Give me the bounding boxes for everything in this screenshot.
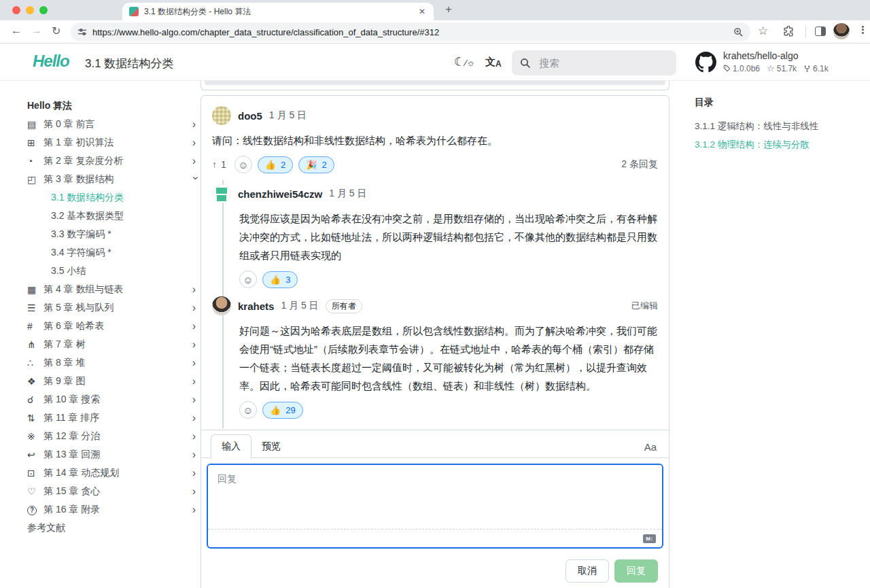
tab-close-icon[interactable]: ✕ [417,7,427,16]
avatar[interactable] [212,296,231,315]
chevron-right-icon[interactable]: › [192,339,198,351]
zoom-icon[interactable] [733,27,744,37]
repo-name[interactable]: krahets/hello-algo [723,50,829,61]
comment-author[interactable]: chenzhiwei54czw [238,188,322,200]
graph-icon: ❖ [27,376,44,387]
chevron-right-icon[interactable]: › [192,302,198,314]
extensions-icon[interactable] [783,26,795,37]
sidebar-item-3-2[interactable]: 3.2 基本数据类型 [27,207,198,225]
sidebar-item-chapter-11[interactable]: ⇅ 第 11 章 排序 › [27,409,198,427]
chevron-right-icon[interactable]: › [192,283,198,296]
refresh-icon[interactable]: ↻ [52,24,60,37]
chevron-right-icon[interactable]: › [192,449,198,461]
site-settings-icon[interactable] [77,27,87,37]
close-window-button[interactable] [12,6,20,14]
cancel-button[interactable]: 取消 [566,559,609,583]
sidebar-item-chapter-16[interactable]: ? 第 16 章 附录 › [27,500,198,519]
sidebar-item-chapter-7[interactable]: ⋔ 第 7 章 树 › [27,335,198,353]
tab-preview[interactable]: 预览 [251,435,291,458]
browser-profile-avatar[interactable] [833,23,850,39]
reply-editor: M↓ [207,464,663,549]
chevron-right-icon[interactable]: › [192,118,198,131]
reply-submit-button[interactable]: 回复 [614,559,658,583]
new-tab-button[interactable]: + [445,3,452,16]
search-input[interactable] [538,56,646,69]
comment-date[interactable]: 1 月 5 日 [329,188,366,200]
up-arrow-icon[interactable]: ↑ [212,159,217,170]
comment-date[interactable]: 1 月 5 日 [281,300,318,312]
sidebar-item-references[interactable]: 参考文献 [27,519,198,537]
sidebar-item-chapter-8[interactable]: ∴ 第 8 章 堆 › [27,353,198,372]
language-switch-icon[interactable]: 文A [485,56,502,69]
minimize-window-button[interactable] [26,6,34,14]
reaction-thumbs-up[interactable]: 👍 29 [262,402,303,419]
sidebar-item-3-3[interactable]: 3.3 数字编码 * [27,225,198,243]
search-box[interactable] [512,50,676,75]
comment-date[interactable]: 1 月 5 日 [269,109,307,122]
reaction-party[interactable]: 🎉 2 [298,156,334,173]
sidebar-item-chapter-9[interactable]: ❖ 第 9 章 图 › [27,372,198,390]
sidebar-item-chapter-4[interactable]: ▦ 第 4 章 数组与链表 › [27,280,198,298]
sidebar-item-3-1[interactable]: 3.1 数据结构分类 [27,188,198,207]
upvote-button[interactable]: ↑ 1 [212,159,226,170]
toc-item-3-1-2[interactable]: 3.1.2 物理结构：连续与分散 [695,135,860,154]
toc-item-3-1-1[interactable]: 3.1.1 逻辑结构：线性与非线性 [695,117,860,135]
reply-textarea[interactable] [208,465,662,529]
bookmark-star-icon[interactable]: ☆ [758,24,768,38]
comment-author[interactable]: krahets [238,300,274,312]
reaction-count: 29 [285,405,295,415]
sidebar-item-chapter-1[interactable]: ⊞ 第 1 章 初识算法 › [27,133,198,152]
sidebar-item-chapter-10[interactable]: ☌ 第 10 章 搜索 › [27,390,198,409]
chevron-right-icon[interactable]: › [192,155,198,167]
add-reaction-button[interactable]: ☺ [234,156,252,173]
chevron-right-icon[interactable]: › [192,137,198,149]
sidebar-item-chapter-6[interactable]: # 第 6 章 哈希表 › [27,317,198,335]
previous-comment-cutoff [201,81,669,90]
reaction-thumbs-up[interactable]: 👍 2 [258,156,293,173]
sidebar-nav: Hello 算法 ▤ 第 0 章 前言 › ⊞ 第 1 章 初识算法 › ◔ 第… [27,97,198,537]
sidebar-item-chapter-2[interactable]: ◔ 第 2 章 复杂度分析 › [27,152,198,170]
avatar[interactable] [212,184,231,203]
chevron-right-icon[interactable]: › [192,412,198,424]
sidebar-item-chapter-12[interactable]: ※ 第 12 章 分治 › [27,427,198,445]
chevron-right-icon[interactable]: › [192,485,198,498]
url-text[interactable]: https://www.hello-algo.com/chapter_data_… [92,27,728,37]
tab-write[interactable]: 输入 [211,434,251,459]
browser-menu-icon[interactable]: ⋮ [858,24,868,36]
add-reaction-button[interactable]: ☺ [239,401,257,419]
browser-tab[interactable]: 3.1 数据结构分类 - Hello 算法 ✕ [122,3,434,20]
sidebar-item-chapter-13[interactable]: ↩ 第 13 章 回溯 › [27,445,198,464]
chevron-right-icon[interactable]: › [192,357,198,369]
sidebar-item-chapter-3[interactable]: ◰ 第 3 章 数据结构 › [27,170,198,188]
markdown-icon[interactable]: M↓ [643,534,656,543]
sidebar-item-3-4[interactable]: 3.4 字符编码 * [27,243,198,262]
chevron-right-icon[interactable]: › [192,375,198,387]
side-panel-icon[interactable] [815,27,826,36]
chevron-right-icon[interactable]: › [192,394,198,406]
chevron-right-icon[interactable]: › [192,320,198,332]
github-repo-link[interactable]: krahets/hello-algo 1.0.0b6 ☆ 51.7k [695,50,829,73]
chevron-right-icon[interactable]: › [192,504,198,516]
url-bar[interactable]: https://www.hello-algo.com/chapter_data_… [71,22,750,41]
back-icon[interactable]: ← [11,24,22,37]
theme-toggle-icon[interactable]: ☾∕☼ [454,54,475,69]
add-reaction-button[interactable]: ☺ [239,271,257,288]
sidebar-item-3-5[interactable]: 3.5 小结 [27,262,198,280]
avatar[interactable] [212,106,231,125]
chevron-down-icon[interactable]: › [189,176,201,182]
text-format-icon[interactable]: Aa [642,441,659,458]
chevron-right-icon[interactable]: › [192,467,198,479]
reaction-thumbs-up[interactable]: 👍 3 [262,271,298,288]
sidebar-item-chapter-0[interactable]: ▤ 第 0 章 前言 › [27,115,198,133]
replies-count: 2 条回复 [621,158,658,171]
comment-author[interactable]: doo5 [238,110,262,122]
sidebar-item-chapter-14[interactable]: ⊡ 第 14 章 动态规划 › [27,464,198,482]
macos-traffic-lights[interactable] [12,6,48,14]
sidebar-item-chapter-15[interactable]: ♡ 第 15 章 贪心 › [27,482,198,500]
maximize-window-button[interactable] [39,6,48,14]
hello-algo-logo[interactable]: Hello [33,52,69,71]
comment-thread-card: doo5 1 月 5 日 请问：线性数据结构和非线性数据结构，哈希表为什么都存在… [201,95,669,588]
chevron-right-icon[interactable]: › [192,430,198,443]
comment-body: 我觉得应该是因为哈希表在没有冲突之前，是用数组存储的，当出现哈希冲突之后，有各种… [239,209,658,264]
sidebar-item-chapter-5[interactable]: ☰ 第 5 章 栈与队列 › [27,298,198,317]
